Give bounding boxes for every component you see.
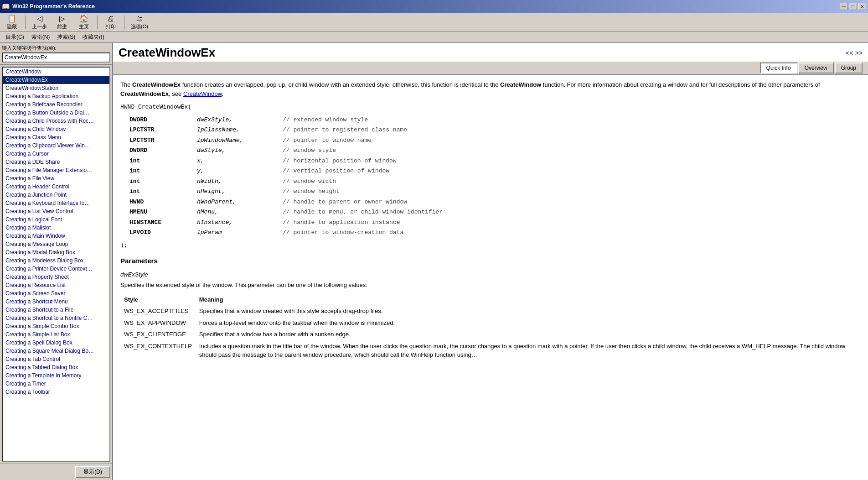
table-row: LPVOID lpParam// pointer to window-creat…	[129, 228, 861, 237]
print-label: 打印	[106, 23, 116, 30]
style-col-header: Style	[120, 294, 196, 305]
param-name: hInstance,	[197, 218, 270, 227]
sig-header: HWND CreateWindowEx(	[120, 103, 861, 112]
nav-item[interactable]: Creating a Header Control	[3, 183, 109, 191]
tab-bar: Quick Info Overview Group	[113, 62, 868, 75]
param-comment: // pointer to window-creation data	[283, 228, 403, 237]
meaning-cell: Forces a top-level window onto the taskb…	[196, 317, 861, 329]
sig-header-text: HWND CreateWindowEx(	[120, 103, 191, 112]
menu-favorites[interactable]: 收藏夹(I)	[79, 32, 108, 42]
nav-item[interactable]: Creating a Child Process with Rec…	[3, 117, 109, 125]
page-title: CreateWindowEx	[119, 46, 215, 60]
forward-button[interactable]: ▷ 前进	[52, 13, 72, 31]
nav-item[interactable]: Creating a Simple List Box	[3, 330, 109, 339]
nav-item[interactable]: Creating a DDE Share	[3, 158, 109, 166]
nav-item[interactable]: Creating a Mailslot	[3, 224, 109, 232]
hide-button[interactable]: 📋 隐藏	[2, 13, 22, 31]
nav-item[interactable]: Creating a Shortcut Menu	[3, 297, 109, 306]
toolbar-separator-3	[124, 16, 124, 29]
param-comment: // handle to menu, or child-window ident…	[283, 208, 443, 217]
nav-next-arrow[interactable]: >>	[855, 49, 863, 57]
nav-item[interactable]: Creating a Timer	[3, 380, 109, 388]
nav-arrows: << >>	[846, 49, 863, 57]
minimize-button[interactable]: ─	[840, 3, 848, 10]
style-cell: WS_EX_APPWINDOW	[120, 317, 196, 329]
nav-item[interactable]: Creating a Button Outside a Dial…	[3, 109, 109, 117]
param-name: hMenu,	[197, 208, 270, 217]
nav-item[interactable]: Creating a File Manager Extensio…	[3, 166, 109, 174]
nav-item[interactable]: Creating a Printer Device Context…	[3, 265, 109, 273]
nav-item[interactable]: Creating a Template in Memory	[3, 371, 109, 380]
nav-prev-arrow[interactable]: <<	[846, 49, 853, 57]
content-body: The CreateWindowEx function creates an o…	[113, 75, 868, 480]
forward-label: 前进	[57, 23, 67, 30]
menu-toc[interactable]: 目录(C)	[2, 32, 28, 42]
style-cell: WS_EX_CONTEXTHELP	[120, 340, 196, 361]
nav-item[interactable]: Creating a Simple Combo Box	[3, 322, 109, 330]
nav-item[interactable]: Creating a List View Control	[3, 207, 109, 215]
param-comment: // window height	[283, 187, 340, 196]
nav-item[interactable]: Creating a Class Menu	[3, 133, 109, 141]
nav-item[interactable]: Creating a Tabbed Dialog Box	[3, 363, 109, 371]
options-button[interactable]: 🗂 选项(O)	[128, 13, 151, 31]
show-button[interactable]: 显示(D)	[75, 466, 110, 478]
menu-search[interactable]: 搜索(S)	[53, 32, 79, 42]
tab-group[interactable]: Group	[835, 63, 863, 73]
nav-item[interactable]: Creating a Resource List	[3, 281, 109, 289]
param-comment: // horizontal position of window	[283, 157, 397, 166]
nav-item[interactable]: Creating a File View	[3, 174, 109, 183]
nav-item[interactable]: Creating a Clipboard Viewer Win…	[3, 141, 109, 150]
nav-item[interactable]: Creating a Screen Saver	[3, 289, 109, 297]
close-button[interactable]: ✕	[858, 3, 866, 10]
nav-item[interactable]: Creating a Junction Point	[3, 191, 109, 199]
main-window: 📖 Win32 Programmer's Reference ─ □ ✕ 📋 隐…	[0, 0, 868, 480]
param-name: nWidth,	[197, 177, 270, 186]
table-row: WS_EX_ACCEPTFILESSpecifies that a window…	[120, 305, 861, 317]
tab-quick-info[interactable]: Quick Info	[760, 63, 797, 73]
function-signature: HWND CreateWindowEx(	[120, 103, 861, 112]
nav-item[interactable]: Creating a Modal Dialog Box	[3, 248, 109, 256]
search-input[interactable]	[2, 52, 110, 63]
nav-item[interactable]: Creating a Modeless Dialog Box	[3, 256, 109, 265]
table-row: int nHeight,// window height	[129, 187, 861, 196]
nav-item[interactable]: Creating a Keyboard Interface fo…	[3, 199, 109, 207]
nav-item[interactable]: Creating a Tab Control	[3, 355, 109, 363]
tab-overview[interactable]: Overview	[798, 63, 834, 73]
print-button[interactable]: 🖨 打印	[101, 13, 121, 31]
createwindow-link[interactable]: CreateWindow	[183, 90, 222, 97]
options-icon: 🗂	[136, 15, 143, 23]
nav-item[interactable]: Creating a Briefcase Reconciler	[3, 100, 109, 109]
menu-index[interactable]: 索引(N)	[28, 32, 54, 42]
nav-item[interactable]: Creating a Child Window	[3, 125, 109, 133]
param-type: LPCTSTR	[129, 136, 193, 145]
nav-item[interactable]: Creating a Property Sheet	[3, 273, 109, 281]
nav-item[interactable]: Creating a Square Meal Dialog Bo…	[3, 347, 109, 355]
nav-item[interactable]: Creating a Main Window	[3, 232, 109, 240]
table-row: int nWidth,// window width	[129, 177, 861, 186]
sig-end: );	[120, 241, 861, 250]
nav-item[interactable]: Creating a Message Loop	[3, 240, 109, 248]
nav-item[interactable]: Creating a Spell Dialog Box	[3, 339, 109, 347]
show-btn-bar: 显示(D)	[0, 464, 112, 480]
toolbar: 📋 隐藏 ◁ 上一步 ▷ 前进 🏠 主页 🖨 打印 🗂 选项(O)	[0, 13, 868, 32]
table-row: HINSTANCE hInstance,// handle to applica…	[129, 218, 861, 227]
nav-item[interactable]: Creating a Cursor	[3, 150, 109, 158]
right-panel: CreateWindowEx << >> Quick Info Overview…	[113, 43, 868, 480]
window-title: Win32 Programmer's Reference	[12, 3, 95, 10]
nav-item[interactable]: CreateWindowStation	[3, 84, 109, 92]
nav-item[interactable]: Creating a Toolbar	[3, 388, 109, 396]
nav-item[interactable]: CreateWindow	[3, 68, 109, 76]
home-button[interactable]: 🏠 主页	[74, 13, 94, 31]
param-comment: // handle to application instance	[283, 218, 400, 227]
nav-item[interactable]: Creating a Backup Application	[3, 92, 109, 100]
restore-button[interactable]: □	[849, 3, 857, 10]
nav-list[interactable]: CreateWindowCreateWindowExCreateWindowSt…	[2, 67, 110, 462]
nav-item[interactable]: Creating a Logical Font	[3, 215, 109, 224]
hide-icon: 📋	[7, 14, 16, 23]
table-row: DWORD dwStyle,// window style	[129, 146, 861, 155]
back-button[interactable]: ◁ 上一步	[29, 13, 50, 31]
nav-item[interactable]: Creating a Shortcut to a Nonfile C…	[3, 314, 109, 322]
nav-item[interactable]: CreateWindowEx	[3, 76, 109, 84]
table-row: DWORD dwExStyle,// extended window style	[129, 115, 861, 125]
nav-item[interactable]: Creating a Shortcut to a File	[3, 306, 109, 314]
